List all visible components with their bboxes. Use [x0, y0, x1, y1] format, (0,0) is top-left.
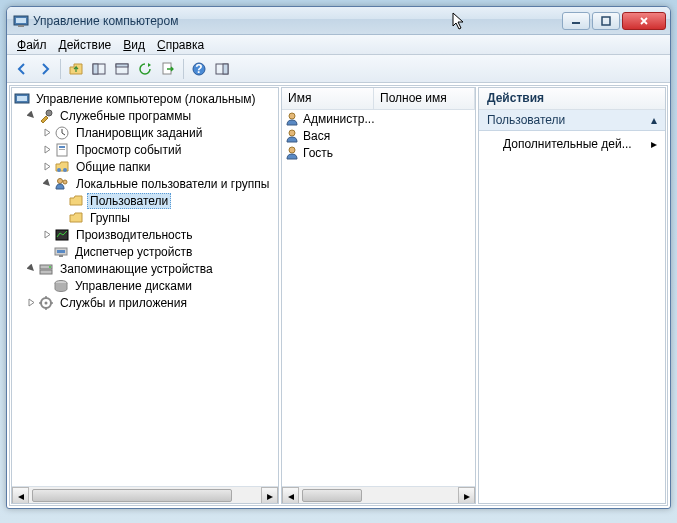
computer-management-window: Управление компьютером Файл Действие Вид… — [6, 6, 671, 509]
actions-header: Действия — [479, 88, 665, 110]
menu-file[interactable]: Файл — [11, 36, 53, 54]
export-button[interactable] — [157, 58, 179, 80]
svg-rect-13 — [223, 64, 228, 74]
svg-rect-4 — [602, 17, 610, 25]
menu-action[interactable]: Действие — [53, 36, 118, 54]
scroll-thumb[interactable] — [32, 489, 232, 502]
svg-rect-8 — [116, 64, 128, 67]
list-item[interactable]: Гость — [282, 144, 475, 161]
tree-hscrollbar[interactable]: ◂ ▸ — [12, 486, 278, 503]
up-button[interactable] — [65, 58, 87, 80]
properties-button[interactable] — [111, 58, 133, 80]
tree-services-apps[interactable]: Службы и приложения — [12, 294, 278, 311]
expand-icon[interactable] — [42, 144, 53, 155]
svg-rect-1 — [16, 18, 26, 23]
svg-point-37 — [289, 147, 295, 153]
svg-rect-6 — [93, 64, 98, 74]
shared-folder-icon — [54, 159, 70, 175]
list-item[interactable]: Вася — [282, 127, 475, 144]
user-icon — [284, 128, 300, 144]
col-fullname[interactable]: Полное имя — [374, 88, 475, 109]
expand-icon[interactable] — [42, 161, 53, 172]
performance-icon — [54, 227, 70, 243]
tree-service-programs[interactable]: Служебные программы — [12, 107, 278, 124]
tree-event-viewer[interactable]: Просмотр событий — [12, 141, 278, 158]
back-button[interactable] — [11, 58, 33, 80]
show-hide-action-button[interactable] — [211, 58, 233, 80]
list-pane: Имя Полное имя Администр... Вася Гость ◂… — [281, 87, 476, 504]
menu-help[interactable]: Справка — [151, 36, 210, 54]
tools-icon — [38, 108, 54, 124]
device-icon — [53, 244, 69, 260]
tree-disk-management[interactable]: Управление дисками — [12, 277, 278, 294]
user-icon — [284, 145, 300, 161]
svg-rect-20 — [59, 149, 65, 150]
svg-point-35 — [289, 113, 295, 119]
actions-more[interactable]: Дополнительные дей... ▸ — [479, 131, 665, 157]
scroll-right-icon[interactable]: ▸ — [458, 487, 475, 504]
tree-body[interactable]: Управление компьютером (локальным) Служе… — [12, 88, 278, 486]
actions-group[interactable]: Пользователи ▴ — [479, 110, 665, 131]
tree-task-scheduler[interactable]: Планировщик заданий — [12, 124, 278, 141]
titlebar[interactable]: Управление компьютером — [7, 7, 670, 35]
menu-view[interactable]: Вид — [117, 36, 151, 54]
menubar: Файл Действие Вид Справка — [7, 35, 670, 55]
disk-icon — [53, 278, 69, 294]
tree-groups[interactable]: Группы — [12, 209, 278, 226]
expand-icon[interactable] — [42, 229, 53, 240]
svg-point-23 — [58, 178, 63, 183]
toolbar-separator — [183, 59, 184, 79]
forward-button[interactable] — [34, 58, 56, 80]
svg-point-21 — [57, 168, 61, 172]
svg-rect-27 — [57, 250, 65, 253]
svg-point-16 — [46, 110, 52, 116]
list-hscrollbar[interactable]: ◂ ▸ — [282, 486, 475, 503]
expand-icon[interactable] — [26, 297, 37, 308]
tree-performance[interactable]: Производительность — [12, 226, 278, 243]
maximize-button[interactable] — [592, 12, 620, 30]
tree-pane: Управление компьютером (локальным) Служе… — [11, 87, 279, 504]
tree-users[interactable]: Пользователи — [12, 192, 278, 209]
svg-point-22 — [63, 168, 67, 172]
tree-device-manager[interactable]: Диспетчер устройств — [12, 243, 278, 260]
folder-icon — [68, 193, 84, 209]
scroll-left-icon[interactable]: ◂ — [12, 487, 29, 504]
actions-pane: Действия Пользователи ▴ Дополнительные д… — [478, 87, 666, 504]
scroll-left-icon[interactable]: ◂ — [282, 487, 299, 504]
svg-point-31 — [49, 266, 51, 268]
list-item[interactable]: Администр... — [282, 110, 475, 127]
list-body[interactable]: Администр... Вася Гость — [282, 110, 475, 486]
svg-text:?: ? — [195, 62, 202, 76]
tree-local-users-groups[interactable]: Локальные пользователи и группы — [12, 175, 278, 192]
tree-shared-folders[interactable]: Общие папки — [12, 158, 278, 175]
chevron-right-icon: ▸ — [651, 137, 657, 151]
svg-point-24 — [63, 180, 67, 184]
folder-icon — [68, 210, 84, 226]
help-button[interactable]: ? — [188, 58, 210, 80]
content-area: Управление компьютером (локальным) Служе… — [9, 85, 668, 506]
event-icon — [54, 142, 70, 158]
user-icon — [284, 111, 300, 127]
scroll-right-icon[interactable]: ▸ — [261, 487, 278, 504]
svg-point-36 — [289, 130, 295, 136]
col-name[interactable]: Имя — [282, 88, 374, 109]
scroll-thumb[interactable] — [302, 489, 362, 502]
collapse-icon[interactable] — [26, 110, 37, 121]
users-groups-icon — [54, 176, 70, 192]
collapse-icon[interactable] — [26, 263, 37, 274]
list-header: Имя Полное имя — [282, 88, 475, 110]
refresh-button[interactable] — [134, 58, 156, 80]
clock-icon — [54, 125, 70, 141]
close-button[interactable] — [622, 12, 666, 30]
tree-root[interactable]: Управление компьютером (локальным) — [12, 90, 278, 107]
app-icon — [13, 13, 29, 29]
show-hide-tree-button[interactable] — [88, 58, 110, 80]
svg-point-34 — [45, 301, 48, 304]
expand-icon[interactable] — [42, 127, 53, 138]
minimize-button[interactable] — [562, 12, 590, 30]
tree-storage[interactable]: Запоминающие устройства — [12, 260, 278, 277]
storage-icon — [38, 261, 54, 277]
svg-rect-2 — [18, 25, 24, 27]
collapse-icon[interactable] — [42, 178, 53, 189]
services-icon — [38, 295, 54, 311]
